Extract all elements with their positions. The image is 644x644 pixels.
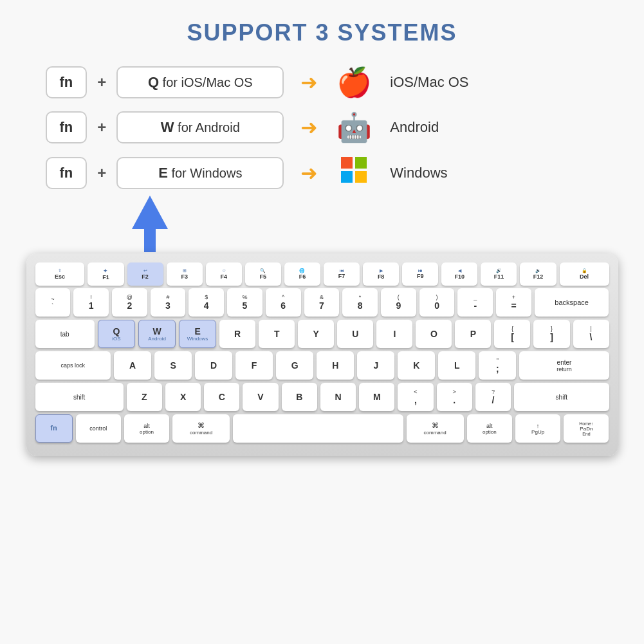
key-k[interactable]: K xyxy=(398,351,435,380)
key-f3[interactable]: ⊞ F3 xyxy=(167,262,203,286)
key-home-pgdn[interactable]: Home↑ PaDn End xyxy=(564,414,609,443)
fn-key-ios: fn xyxy=(46,66,87,98)
key-backspace[interactable]: backspace xyxy=(535,288,609,317)
key-b[interactable]: B xyxy=(282,383,317,411)
key-backtick[interactable]: ~ ` xyxy=(35,288,71,317)
apple-icon: 🍎 xyxy=(335,66,373,99)
key-o[interactable]: O xyxy=(416,320,452,348)
key-f5[interactable]: 🔍 F5 xyxy=(245,262,281,286)
key-f7[interactable]: ⏮ F7 xyxy=(324,262,360,286)
shortcut-row-ios: fn + Q for iOS/Mac OS ➜ 🍎 iOS/Mac OS xyxy=(46,66,599,99)
key-7[interactable]: & 7 xyxy=(304,288,340,317)
key-space[interactable] xyxy=(233,414,403,443)
key-f1[interactable]: ✦ F1 xyxy=(87,262,124,286)
svg-rect-0 xyxy=(341,157,353,169)
key-backslash[interactable]: | \ xyxy=(573,320,609,348)
key-r[interactable]: R xyxy=(219,320,255,348)
key-f12[interactable]: 🔉 F12 xyxy=(520,262,556,286)
key-m[interactable]: M xyxy=(359,383,394,411)
key-period[interactable]: > . xyxy=(437,383,472,411)
key-u[interactable]: U xyxy=(337,320,373,348)
key-v[interactable]: V xyxy=(243,383,278,411)
asdf-row: caps lock A S D F G H J K L " ; enter re… xyxy=(35,351,609,380)
number-row: ~ ` ! 1 @ 2 # 3 $ 4 % 5 xyxy=(35,288,609,317)
arrow-up-indicator xyxy=(132,196,168,252)
plus-ios: + xyxy=(97,73,106,91)
key-n[interactable]: N xyxy=(320,383,356,411)
svg-rect-3 xyxy=(355,171,367,183)
key-shift-l[interactable]: shift xyxy=(35,383,124,411)
key-f9[interactable]: ⏭ F9 xyxy=(402,262,438,286)
key-3[interactable]: # 3 xyxy=(151,288,186,317)
key-j[interactable]: J xyxy=(357,351,394,380)
key-f11[interactable]: 🔊 F11 xyxy=(481,262,517,286)
key-6[interactable]: ^ 6 xyxy=(266,288,301,317)
arrow-ios: ➜ xyxy=(300,70,318,95)
key-z[interactable]: Z xyxy=(127,383,162,411)
key-option-r[interactable]: alt option xyxy=(467,414,512,443)
key-d[interactable]: D xyxy=(195,351,232,380)
key-5[interactable]: % 5 xyxy=(227,288,262,317)
key-w[interactable]: W Android xyxy=(138,320,176,348)
key-minus[interactable]: _ - xyxy=(457,288,493,317)
key-2[interactable]: @ 2 xyxy=(112,288,147,317)
key-rbracket[interactable]: } ] xyxy=(533,320,569,348)
key-f10[interactable]: ◀ F10 xyxy=(441,262,477,286)
page-title: SUPPORT 3 SYSTEMS xyxy=(187,19,457,46)
key-fn[interactable]: fn document.currentScript.previousElemen… xyxy=(35,414,73,443)
key-p[interactable]: P xyxy=(455,320,491,348)
key-f8[interactable]: ▶ F8 xyxy=(363,262,399,286)
key-enter[interactable]: enter return xyxy=(519,351,609,380)
key-f4[interactable]: ☆ F4 xyxy=(206,262,242,286)
key-control[interactable]: control xyxy=(76,414,121,443)
key-9[interactable]: ( 9 xyxy=(381,288,416,317)
android-label: Android xyxy=(390,119,439,136)
combo-key-ios: Q for iOS/Mac OS xyxy=(116,66,284,98)
key-del[interactable]: 🔒 Del xyxy=(560,262,609,286)
fn-row: ⇧ Esc ✦ F1 ↩ F2 ⊞ F3 ☆ F4 🔍 F5 xyxy=(35,262,609,286)
android-icon: 🤖 xyxy=(335,111,373,144)
key-g[interactable]: G xyxy=(276,351,313,380)
key-pgup[interactable]: ↑ PgUp xyxy=(515,414,560,443)
key-s[interactable]: S xyxy=(154,351,192,380)
key-caps[interactable]: caps lock xyxy=(35,351,111,380)
page-container: SUPPORT 3 SYSTEMS fn + Q for iOS/Mac OS … xyxy=(0,0,644,456)
windows-label: Windows xyxy=(390,165,447,181)
shortcuts-section: fn + Q for iOS/Mac OS ➜ 🍎 iOS/Mac OS fn … xyxy=(46,66,599,190)
key-t[interactable]: T xyxy=(259,320,295,348)
key-option-l[interactable]: alt option xyxy=(124,414,169,443)
key-command-r[interactable]: ⌘ command xyxy=(407,414,464,443)
key-y[interactable]: Y xyxy=(298,320,334,348)
plus-android: + xyxy=(97,118,106,136)
svg-rect-1 xyxy=(355,157,367,169)
key-8[interactable]: * 8 xyxy=(342,288,378,317)
key-c[interactable]: C xyxy=(204,383,239,411)
key-equals[interactable]: + = xyxy=(496,288,531,317)
key-a[interactable]: A xyxy=(114,351,151,380)
key-command-l[interactable]: ⌘ command xyxy=(172,414,230,443)
key-0[interactable]: ) 0 xyxy=(419,288,455,317)
key-f2[interactable]: ↩ F2 xyxy=(127,262,163,286)
key-comma[interactable]: < , xyxy=(398,383,433,411)
key-q[interactable]: Q iOS xyxy=(98,320,135,348)
key-f[interactable]: F xyxy=(235,351,273,380)
key-semicolon[interactable]: " ; xyxy=(479,351,516,380)
key-4[interactable]: $ 4 xyxy=(189,288,224,317)
key-esc[interactable]: ⇧ Esc xyxy=(35,262,85,286)
key-tab[interactable]: tab xyxy=(35,320,95,348)
fn-key-android: fn xyxy=(46,111,87,143)
key-slash[interactable]: ? / xyxy=(475,383,511,411)
key-x[interactable]: X xyxy=(165,383,201,411)
key-e[interactable]: E Windows xyxy=(179,320,216,348)
shortcut-row-windows: fn + E for Windows ➜ Windows xyxy=(46,156,599,190)
key-shift-r[interactable]: shift xyxy=(514,383,609,411)
key-i[interactable]: I xyxy=(376,320,412,348)
windows-icon xyxy=(335,156,373,190)
key-l[interactable]: L xyxy=(438,351,475,380)
option-label-l: option xyxy=(140,429,154,435)
key-f6[interactable]: 🌐 F6 xyxy=(284,262,320,286)
key-1[interactable]: ! 1 xyxy=(73,288,109,317)
key-h[interactable]: H xyxy=(317,351,354,380)
option-label-r: option xyxy=(483,429,497,435)
key-lbracket[interactable]: { [ xyxy=(494,320,530,348)
